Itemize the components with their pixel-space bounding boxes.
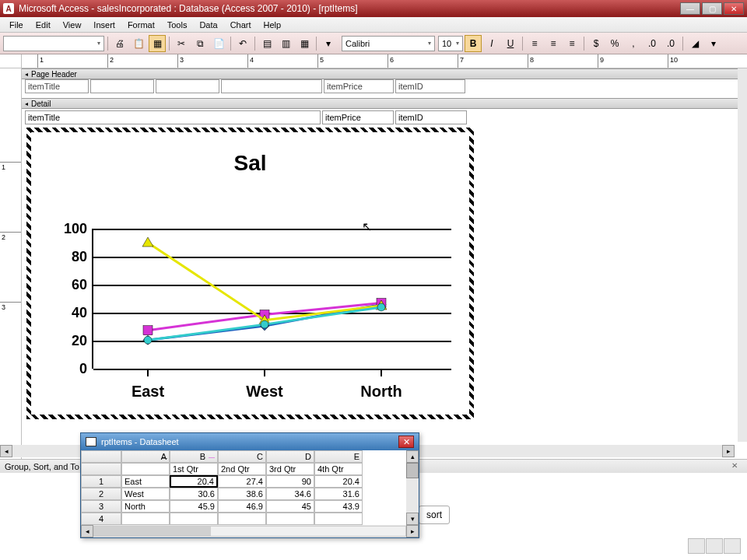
ds-data-cell[interactable]: 30.6: [170, 488, 218, 500]
datasheet-vertical-scrollbar[interactable]: ▴ ▾: [406, 450, 419, 525]
menu-format[interactable]: Format: [121, 19, 161, 31]
ds-col-header[interactable]: A—: [121, 450, 170, 463]
menu-insert[interactable]: Insert: [87, 19, 121, 31]
menu-view[interactable]: View: [57, 19, 88, 31]
datasheet-titlebar[interactable]: rptItems - Datasheet ✕: [81, 433, 419, 450]
view-button-1[interactable]: [688, 538, 705, 554]
ds-data-cell[interactable]: [266, 513, 314, 525]
by-col-button[interactable]: ▥: [277, 35, 294, 52]
bold-button[interactable]: B: [465, 35, 482, 52]
ds-data-cell[interactable]: 38.6: [218, 488, 266, 500]
ds-col-header[interactable]: C: [218, 450, 266, 463]
field-blank-2[interactable]: [156, 79, 219, 93]
field-blank-1[interactable]: [90, 79, 154, 93]
close-button[interactable]: ✕: [724, 2, 744, 15]
menu-chart[interactable]: Chart: [224, 19, 258, 31]
menu-tools[interactable]: Tools: [161, 19, 194, 31]
scroll-left-button[interactable]: ◂: [0, 445, 12, 457]
ds-row-number[interactable]: 2: [81, 488, 121, 500]
dec-decimal-button[interactable]: .0: [662, 35, 679, 52]
chart-object[interactable]: Sal ↖ 020406080100EastWestNorth: [26, 128, 474, 419]
page-header-body[interactable]: itemTitle itemPrice itemID: [22, 79, 747, 98]
menu-help[interactable]: Help: [258, 19, 288, 31]
italic-button[interactable]: I: [483, 35, 500, 52]
ds-col-header[interactable]: E: [314, 450, 363, 463]
align-center-button[interactable]: ≡: [545, 35, 562, 52]
scroll-right-button[interactable]: ▸: [406, 525, 419, 537]
menu-edit[interactable]: Edit: [30, 19, 57, 31]
toolbar-btn-2[interactable]: 📋: [130, 35, 147, 52]
maximize-button[interactable]: ▢: [702, 2, 722, 15]
cut-button[interactable]: ✂: [173, 35, 190, 52]
ds-data-cell[interactable]: [314, 513, 363, 525]
chart-title[interactable]: Sal: [31, 151, 469, 176]
menu-file[interactable]: File: [3, 19, 30, 31]
detail-section-bar[interactable]: ◂ Detail: [22, 98, 747, 109]
minimize-button[interactable]: —: [680, 2, 700, 15]
field-itemid-header[interactable]: itemID: [395, 79, 465, 93]
angle-button[interactable]: ◢: [686, 35, 703, 52]
field-itemtitle-header[interactable]: itemTitle: [25, 79, 89, 93]
ds-data-cell[interactable]: 45: [266, 500, 314, 513]
currency-button[interactable]: $: [587, 35, 605, 52]
ds-data-cell[interactable]: 27.4: [218, 475, 266, 488]
toolbar-btn-1[interactable]: 🖨: [111, 35, 128, 52]
view-button-2[interactable]: [706, 538, 723, 554]
ds-row-number[interactable]: 4: [81, 513, 121, 525]
page-header-section-bar[interactable]: ◂ Page Header: [22, 68, 747, 79]
view-button-3[interactable]: [724, 538, 741, 554]
vertical-scrollbar[interactable]: [738, 68, 747, 442]
scroll-right-button[interactable]: ▸: [722, 445, 735, 457]
ds-row-label[interactable]: [121, 513, 170, 525]
toolbar-btn-3[interactable]: ▦: [149, 35, 166, 52]
datasheet-grid[interactable]: A—B—CDE1st Qtr2nd Qtr3rd Qtr4th Qtr1East…: [81, 450, 406, 525]
ds-row-label[interactable]: East: [121, 475, 170, 488]
ds-data-cell[interactable]: 90: [266, 475, 314, 488]
field-itemprice[interactable]: itemPrice: [322, 110, 394, 124]
underline-button[interactable]: U: [502, 35, 519, 52]
ds-header-cell[interactable]: [121, 463, 170, 475]
paste-button[interactable]: 📄: [210, 35, 227, 52]
ds-header-cell[interactable]: 2nd Qtr: [218, 463, 266, 475]
field-itemtitle[interactable]: itemTitle: [25, 110, 321, 124]
datatable-button[interactable]: ▦: [296, 35, 313, 52]
menu-data[interactable]: Data: [193, 19, 223, 31]
ds-row-label[interactable]: North: [121, 500, 170, 513]
font-size-combo[interactable]: 10▾: [438, 36, 463, 51]
report-design-surface[interactable]: ◂ Page Header itemTitle itemPrice itemID…: [22, 68, 747, 467]
ds-data-cell[interactable]: 20.4: [170, 475, 218, 488]
font-name-combo[interactable]: Calibri▾: [342, 36, 435, 51]
ds-data-cell[interactable]: 31.6: [314, 488, 363, 500]
field-itemprice-header[interactable]: itemPrice: [324, 79, 394, 93]
inc-decimal-button[interactable]: .0: [644, 35, 661, 52]
percent-button[interactable]: %: [606, 35, 623, 52]
chart-plot-area[interactable]: 020406080100EastWestNorth: [93, 229, 451, 369]
detail-body[interactable]: itemTitle itemPrice itemID Sal ↖ 0204060…: [22, 109, 747, 467]
ds-col-header[interactable]: B—: [170, 450, 218, 463]
ds-header-cell[interactable]: 1st Qtr: [170, 463, 218, 475]
field-blank-3[interactable]: [221, 79, 322, 93]
toolbar-more-2[interactable]: ▾: [705, 35, 722, 52]
by-row-button[interactable]: ▤: [258, 35, 275, 52]
comma-button[interactable]: ,: [625, 35, 642, 52]
scroll-left-button[interactable]: ◂: [81, 525, 93, 537]
group-sort-close-button[interactable]: ✕: [731, 461, 742, 472]
datasheet-close-button[interactable]: ✕: [398, 436, 414, 448]
ds-row-label[interactable]: West: [121, 488, 170, 500]
ds-data-cell[interactable]: 20.4: [314, 475, 363, 488]
datasheet-window[interactable]: rptItems - Datasheet ✕ A—B—CDE1st Qtr2nd…: [80, 432, 419, 538]
ds-header-cell[interactable]: 3rd Qtr: [266, 463, 314, 475]
object-name-combo[interactable]: ▾: [3, 36, 104, 51]
undo-button[interactable]: ↶: [234, 35, 251, 52]
toolbar-more[interactable]: ▾: [320, 35, 337, 52]
sort-button[interactable]: sort: [419, 506, 450, 524]
datasheet-horizontal-scrollbar[interactable]: ◂ ▸: [81, 525, 419, 537]
align-right-button[interactable]: ≡: [563, 35, 580, 52]
ds-data-cell[interactable]: 45.9: [170, 500, 218, 513]
copy-button[interactable]: ⧉: [191, 35, 209, 52]
ds-data-cell[interactable]: 34.6: [266, 488, 314, 500]
ds-header-cell[interactable]: 4th Qtr: [314, 463, 363, 475]
ds-data-cell[interactable]: [170, 513, 218, 525]
ds-data-cell[interactable]: 46.9: [218, 500, 266, 513]
ds-col-header[interactable]: D: [266, 450, 314, 463]
